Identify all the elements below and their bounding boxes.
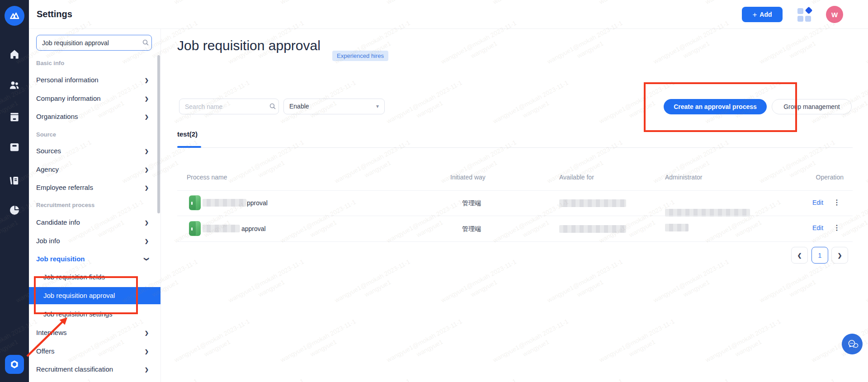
sidebar-item-company-information[interactable]: Company information ❯ <box>29 90 160 108</box>
sidebar-search-input[interactable] <box>36 35 152 51</box>
lock-bag-icon[interactable] <box>7 140 22 154</box>
col-header-available-for: Available for <box>559 174 594 181</box>
sidebar-item-personal-information[interactable]: Personal information ❯ <box>29 71 160 89</box>
group-management-button[interactable]: Group management <box>772 99 852 114</box>
plus-icon: + <box>752 11 757 19</box>
chevron-right-icon: ❯ <box>145 324 149 342</box>
chevron-right-icon: ❯ <box>145 160 149 179</box>
add-button[interactable]: + Add <box>742 7 783 22</box>
top-header: Settings + Add W <box>29 0 868 29</box>
tab-test[interactable]: test(2) <box>177 130 198 138</box>
home-icon[interactable] <box>7 47 22 61</box>
apps-grid-icon[interactable] <box>797 8 812 22</box>
pagination-next-button[interactable]: ❯ <box>831 247 848 264</box>
edit-link[interactable]: Edit <box>812 199 823 206</box>
process-name-suffix: pproval <box>247 199 268 207</box>
chevron-right-icon: ❯ <box>145 342 149 360</box>
moka-logo-icon[interactable] <box>5 6 24 26</box>
chevron-down-icon: ❯ <box>145 250 149 268</box>
calendar-icon[interactable] <box>7 110 22 124</box>
chevron-left-icon: ❮ <box>797 252 802 259</box>
pie-chart-icon[interactable] <box>7 203 22 217</box>
row-more-menu-icon[interactable]: ⋮ <box>833 198 840 207</box>
rail-settings-button[interactable] <box>5 355 24 374</box>
redacted-available-for <box>559 225 626 233</box>
chevron-right-icon: ❯ <box>145 142 149 160</box>
avatar-initial: W <box>831 11 838 19</box>
row-more-menu-icon[interactable]: ⋮ <box>833 223 840 232</box>
sidebar-item-recruitment-classification[interactable]: Recruitment classification ❯ <box>29 360 160 378</box>
avatar[interactable]: W <box>826 6 843 23</box>
initiated-way-cell: 管理端 <box>462 199 481 208</box>
chevron-right-icon: ❯ <box>145 360 149 378</box>
sidebar-item-job-requisition-settings[interactable]: Job requisition settings <box>29 305 160 323</box>
pagination-prev-button[interactable]: ❮ <box>791 247 808 264</box>
section-source: Source <box>36 126 56 144</box>
col-header-initiated-way: Initiated way <box>450 174 486 181</box>
sidebar-item-job-requisition-fields[interactable]: Job requisition fields <box>29 268 160 286</box>
status-filter-value: Enable <box>289 103 309 110</box>
sidebar-item-offers[interactable]: Offers ❯ <box>29 342 160 360</box>
chevron-right-icon: ❯ <box>145 71 149 89</box>
redacted-process-name <box>203 225 240 232</box>
sidebar-item-job-requisition-approval[interactable]: Job requisition approval <box>29 287 160 304</box>
chevron-right-icon: ❯ <box>145 213 149 231</box>
process-door-icon <box>189 195 201 210</box>
chevron-right-icon: ❯ <box>145 90 149 108</box>
page-title: Settings <box>37 0 72 28</box>
section-basic-info: Basic info <box>36 54 64 72</box>
chevron-right-icon: ❯ <box>145 108 149 126</box>
chat-bubble-icon <box>846 338 859 350</box>
status-filter-select[interactable]: Enable ▾ <box>283 99 385 114</box>
content-title: Job requisition approval <box>177 38 321 53</box>
active-tab-underline <box>177 146 201 148</box>
redacted-process-name <box>203 199 246 207</box>
settings-sidebar: Basic info Personal information ❯ Compan… <box>29 28 161 382</box>
sidebar-item-job-info[interactable]: Job info ❯ <box>29 232 160 250</box>
experienced-hires-badge: Experienced hires <box>332 51 388 61</box>
process-name-suffix: approval <box>241 225 266 232</box>
sidebar-item-candidate-info[interactable]: Candidate info ❯ <box>29 213 160 231</box>
chevron-right-icon: ❯ <box>145 179 149 197</box>
create-approval-process-button[interactable]: Create an approval process <box>664 99 767 114</box>
search-icon <box>269 103 276 110</box>
caret-down-icon: ▾ <box>376 99 379 114</box>
sidebar-item-agency[interactable]: Agency ❯ <box>29 160 160 179</box>
edit-link[interactable]: Edit <box>812 224 823 231</box>
sidebar-item-interviews[interactable]: Interviews ❯ <box>29 324 160 342</box>
sidebar-item-employee-referrals[interactable]: Employee referrals ❯ <box>29 179 160 197</box>
library-icon[interactable] <box>7 173 22 188</box>
sidebar-item-job-requisition[interactable]: Job requisition ❯ <box>29 250 160 268</box>
tabs-divider <box>177 147 853 148</box>
table-header-divider <box>177 190 853 191</box>
sidebar-item-organizations[interactable]: Organizations ❯ <box>29 108 160 126</box>
col-header-administrator: Administrator <box>665 174 702 181</box>
search-icon <box>142 39 149 46</box>
process-door-icon <box>189 221 201 236</box>
col-header-operation: Operation <box>798 174 844 181</box>
search-name-input[interactable] <box>179 99 279 114</box>
add-button-label: Add <box>760 11 772 18</box>
chevron-right-icon: ❯ <box>145 232 149 250</box>
sidebar-item-sources[interactable]: Sources ❯ <box>29 142 160 160</box>
row-divider <box>177 216 853 216</box>
people-icon[interactable] <box>7 78 22 92</box>
redacted-administrator <box>665 224 689 231</box>
initiated-way-cell: 管理端 <box>462 225 481 233</box>
chevron-right-icon: ❯ <box>837 252 842 259</box>
redacted-available-for <box>559 199 626 207</box>
table-bottom-divider <box>177 241 853 242</box>
app-rail <box>0 0 29 382</box>
pagination-page-1[interactable]: 1 <box>811 247 828 264</box>
chat-support-button[interactable] <box>842 334 863 354</box>
col-header-process-name: Process name <box>187 174 227 181</box>
section-recruitment-process: Recruitment process <box>36 196 94 214</box>
